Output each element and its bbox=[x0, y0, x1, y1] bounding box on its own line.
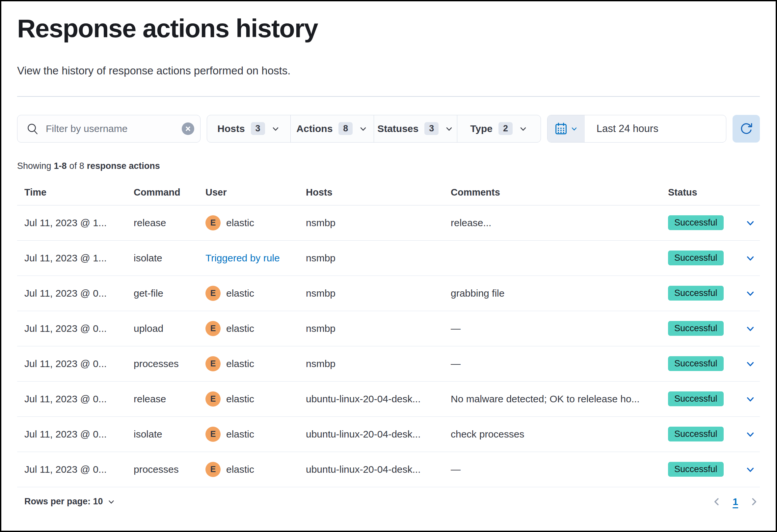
chevron-left-icon bbox=[711, 496, 723, 508]
table-row: Jul 11, 2023 @ 0... processes E elastic … bbox=[17, 452, 760, 487]
username-text: elastic bbox=[226, 358, 254, 369]
clear-search-button[interactable] bbox=[182, 122, 194, 135]
filters-toolbar: Hosts 3 Actions 8 Statuses 3 bbox=[17, 115, 760, 142]
username-text: elastic bbox=[226, 464, 254, 475]
status-badge: Successful bbox=[668, 356, 724, 371]
page-subtitle: View the history of response actions per… bbox=[17, 64, 760, 77]
status-badge: Successful bbox=[668, 462, 724, 477]
comments-cell: check processes bbox=[443, 429, 661, 440]
expander-cell bbox=[741, 288, 760, 299]
header-divider bbox=[17, 96, 760, 97]
command-cell: get-file bbox=[126, 288, 198, 299]
status-badge: Successful bbox=[668, 215, 724, 230]
username-text: elastic bbox=[226, 217, 254, 228]
header-comments: Comments bbox=[443, 187, 661, 198]
status-cell: Successful bbox=[661, 462, 741, 477]
filter-type-button[interactable]: Type 2 bbox=[457, 115, 540, 142]
filter-statuses-button[interactable]: Statuses 3 bbox=[374, 115, 457, 142]
table-footer: Rows per page: 10 1 bbox=[17, 496, 760, 508]
header-status: Status bbox=[661, 187, 741, 198]
command-cell: isolate bbox=[126, 429, 198, 440]
status-badge: Successful bbox=[668, 392, 724, 406]
table-row: Jul 11, 2023 @ 0... upload E elastic nsm… bbox=[17, 311, 760, 346]
time-cell: Jul 11, 2023 @ 0... bbox=[17, 323, 126, 334]
time-cell: Jul 11, 2023 @ 1... bbox=[17, 252, 126, 264]
expand-row-button[interactable] bbox=[745, 358, 756, 369]
expand-row-button[interactable] bbox=[745, 288, 756, 299]
chevron-down-icon bbox=[745, 464, 756, 475]
status-badge: Successful bbox=[668, 250, 724, 265]
expander-cell bbox=[741, 464, 760, 475]
chevron-down-icon bbox=[745, 252, 756, 264]
expand-row-button[interactable] bbox=[745, 252, 756, 264]
username-filter-box bbox=[17, 115, 201, 142]
search-input[interactable] bbox=[46, 123, 175, 134]
time-cell: Jul 11, 2023 @ 0... bbox=[17, 358, 126, 369]
expand-row-button[interactable] bbox=[745, 323, 756, 334]
user-cell: E elastic bbox=[198, 215, 299, 230]
chevron-down-icon bbox=[570, 125, 578, 133]
rows-per-page-button[interactable]: Rows per page: 10 bbox=[17, 497, 116, 507]
table-row: Jul 11, 2023 @ 1... isolate Triggered by… bbox=[17, 241, 760, 276]
time-cell: Jul 11, 2023 @ 0... bbox=[17, 394, 126, 405]
comments-cell: — bbox=[443, 358, 661, 369]
expander-cell bbox=[741, 252, 760, 264]
expand-row-button[interactable] bbox=[745, 464, 756, 475]
avatar: E bbox=[205, 392, 221, 407]
response-actions-table: Time Command User Hosts Comments Status … bbox=[17, 180, 760, 487]
quick-select-date-button[interactable] bbox=[548, 115, 585, 142]
hosts-cell: nsmbp bbox=[299, 217, 443, 228]
avatar: E bbox=[205, 215, 221, 230]
summary-middle: of 8 bbox=[70, 161, 84, 171]
previous-page-button[interactable] bbox=[711, 496, 723, 508]
avatar: E bbox=[205, 286, 221, 301]
expand-row-button[interactable] bbox=[745, 217, 756, 228]
refresh-button[interactable] bbox=[733, 115, 760, 142]
user-cell: Triggered by rule bbox=[198, 252, 299, 264]
header-user: User bbox=[198, 187, 299, 198]
date-range-value[interactable]: Last 24 hours bbox=[585, 115, 726, 142]
user-rule-link[interactable]: Triggered by rule bbox=[205, 252, 280, 264]
table-row: Jul 11, 2023 @ 0... release E elastic ub… bbox=[17, 382, 760, 417]
time-cell: Jul 11, 2023 @ 1... bbox=[17, 217, 126, 228]
expand-row-button[interactable] bbox=[745, 394, 756, 405]
user-cell: E elastic bbox=[198, 427, 299, 442]
time-cell: Jul 11, 2023 @ 0... bbox=[17, 429, 126, 440]
filter-actions-button[interactable]: Actions 8 bbox=[291, 115, 374, 142]
comments-cell: release... bbox=[443, 217, 661, 228]
filter-label: Actions bbox=[296, 123, 333, 134]
comments-cell: No malware detected; OK to relelease ho.… bbox=[443, 394, 661, 405]
username-text: elastic bbox=[226, 323, 254, 334]
hosts-cell: ubuntu-linux-20-04-desk... bbox=[299, 464, 443, 475]
response-actions-history-page: Response actions history View the histor… bbox=[0, 0, 777, 532]
filter-hosts-button[interactable]: Hosts 3 bbox=[207, 115, 290, 142]
page-title: Response actions history bbox=[17, 13, 760, 44]
status-cell: Successful bbox=[661, 286, 741, 301]
status-cell: Successful bbox=[661, 321, 741, 336]
status-cell: Successful bbox=[661, 427, 741, 441]
status-cell: Successful bbox=[661, 215, 741, 230]
username-text: elastic bbox=[226, 429, 254, 440]
search-icon bbox=[26, 122, 39, 135]
expand-row-button[interactable] bbox=[745, 429, 756, 440]
summary-label: response actions bbox=[87, 161, 160, 171]
calendar-icon bbox=[554, 122, 568, 136]
page-number-1[interactable]: 1 bbox=[733, 496, 738, 507]
table-body: Jul 11, 2023 @ 1... release E elastic ns… bbox=[17, 205, 760, 487]
chevron-down-icon bbox=[745, 358, 756, 369]
table-row: Jul 11, 2023 @ 1... release E elastic ns… bbox=[17, 205, 760, 241]
user-cell: E elastic bbox=[198, 392, 299, 407]
user-cell: E elastic bbox=[198, 286, 299, 301]
chevron-down-icon bbox=[745, 288, 756, 299]
avatar: E bbox=[205, 462, 221, 477]
chevron-down-icon bbox=[745, 217, 756, 228]
command-cell: release bbox=[126, 394, 198, 405]
status-cell: Successful bbox=[661, 250, 741, 265]
command-cell: processes bbox=[126, 464, 198, 475]
command-cell: release bbox=[126, 217, 198, 228]
status-cell: Successful bbox=[661, 356, 741, 371]
hosts-cell: nsmbp bbox=[299, 358, 443, 369]
next-page-button[interactable] bbox=[748, 496, 760, 508]
filter-count-badge: 2 bbox=[498, 122, 513, 135]
hosts-cell: ubuntu-linux-20-04-desk... bbox=[299, 429, 443, 440]
